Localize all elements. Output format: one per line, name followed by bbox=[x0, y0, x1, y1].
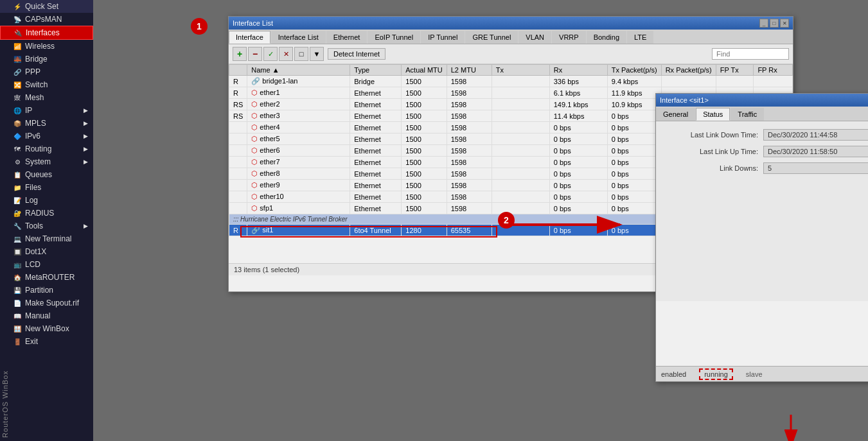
partition-icon: 💾 bbox=[13, 286, 22, 295]
tab-ethernet[interactable]: Ethernet bbox=[326, 31, 368, 44]
col-header-fp-tx[interactable]: FP Tx bbox=[716, 65, 754, 76]
disable-button[interactable]: ✕ bbox=[279, 47, 293, 61]
row-tx-p: 0 bps bbox=[607, 225, 661, 236]
row-name: ⬡ ether7 bbox=[247, 157, 350, 168]
tab-bonding[interactable]: Bonding bbox=[587, 31, 626, 44]
last-down-label: Last Link Down Time: bbox=[664, 131, 763, 139]
tab-status[interactable]: Status bbox=[696, 108, 730, 121]
row-l2mtu: 1598 bbox=[447, 180, 492, 191]
sidebar-item-system[interactable]: ⚙ System ▶ bbox=[0, 155, 93, 168]
col-header-rx-packet[interactable]: Rx Packet(p/s) bbox=[661, 65, 716, 76]
filter-button[interactable]: ▼ bbox=[310, 47, 324, 61]
row-fp-tx bbox=[716, 76, 754, 87]
sidebar-item-label: LCD bbox=[25, 260, 40, 269]
sidebar-item-switch[interactable]: 🔀 Switch bbox=[0, 78, 93, 91]
sidebar-item-make-supout[interactable]: 📄 Make Supout.rif bbox=[0, 297, 93, 309]
tab-interface-list[interactable]: Interface List bbox=[271, 31, 326, 44]
sidebar-item-radius[interactable]: 🔐 RADIUS bbox=[0, 207, 93, 220]
arrow-icon: ▶ bbox=[84, 107, 88, 114]
col-header-fp-rx[interactable]: FP Rx bbox=[754, 65, 793, 76]
sidebar-item-log[interactable]: 📝 Log bbox=[0, 194, 93, 207]
minimize-button[interactable]: _ bbox=[759, 19, 768, 28]
sidebar-item-label: RADIUS bbox=[25, 209, 54, 218]
detect-internet-button[interactable]: Detect Internet bbox=[328, 48, 385, 60]
sidebar-item-capsman[interactable]: 📡 CAPsMAN bbox=[0, 13, 93, 26]
tab-lte[interactable]: LTE bbox=[627, 31, 653, 44]
sidebar-item-routing[interactable]: 🗺 Routing ▶ bbox=[0, 143, 93, 155]
sidebar-item-label: System bbox=[25, 157, 51, 166]
row-l2mtu: 1598 bbox=[447, 145, 492, 157]
files-icon: 📁 bbox=[13, 183, 22, 192]
tab-ip-tunnel[interactable]: IP Tunnel bbox=[421, 31, 465, 44]
row-fp-rx bbox=[754, 76, 793, 87]
last-up-value: Dec/30/2020 11:58:50 bbox=[763, 146, 868, 157]
row-type: Ethernet bbox=[350, 145, 402, 157]
col-header-tx[interactable]: Tx bbox=[492, 65, 549, 76]
link-downs-label: Link Downs: bbox=[664, 164, 763, 172]
sit1-tabs: General Status Traffic bbox=[656, 107, 868, 121]
add-button[interactable]: + bbox=[233, 47, 247, 61]
tab-eoip-tunnel[interactable]: EoIP Tunnel bbox=[368, 31, 420, 44]
sidebar-item-queues[interactable]: 📋 Queues bbox=[0, 168, 93, 181]
sidebar-item-quick-set[interactable]: ⚡ Quick Set bbox=[0, 0, 93, 13]
sidebar-item-mpls[interactable]: 📦 MPLS ▶ bbox=[0, 117, 93, 130]
new-terminal-icon: 💻 bbox=[13, 234, 22, 243]
row-tx-p: 0 bps bbox=[607, 180, 661, 191]
sidebar-item-new-terminal[interactable]: 💻 New Terminal bbox=[0, 232, 93, 245]
sidebar-item-dot1x[interactable]: 🔲 Dot1X bbox=[0, 245, 93, 258]
row-flag bbox=[229, 122, 247, 134]
col-header-rx[interactable]: Rx bbox=[549, 65, 607, 76]
tab-vrrp[interactable]: VRRP bbox=[552, 31, 586, 44]
tab-vlan[interactable]: VLAN bbox=[518, 31, 551, 44]
tab-gre-tunnel[interactable]: GRE Tunnel bbox=[465, 31, 518, 44]
row-tx-p: 0 bps bbox=[607, 145, 661, 157]
col-header-l2mtu[interactable]: L2 MTU bbox=[447, 65, 492, 76]
row-actual-mtu: 1280 bbox=[402, 225, 447, 236]
table-row[interactable]: R 🔗 bridge1-lan Bridge 1500 1598 336 bps… bbox=[229, 76, 793, 87]
row-type: Ethernet bbox=[350, 203, 402, 214]
sidebar-item-ppp[interactable]: 🔗 PPP bbox=[0, 65, 93, 78]
sidebar-item-manual[interactable]: 📖 Manual bbox=[0, 309, 93, 322]
maximize-button[interactable]: □ bbox=[770, 19, 779, 28]
close-button[interactable]: ✕ bbox=[780, 19, 789, 28]
row-name: ⬡ ether6 bbox=[247, 145, 350, 157]
col-header-actual-mtu[interactable]: Actual MTU bbox=[402, 65, 447, 76]
tab-interface[interactable]: Interface bbox=[229, 31, 270, 44]
sidebar-item-lcd[interactable]: 📺 LCD bbox=[0, 258, 93, 271]
enable-button[interactable]: ✓ bbox=[263, 47, 278, 61]
sidebar-item-exit[interactable]: 🚪 Exit bbox=[0, 335, 93, 348]
sidebar-item-tools[interactable]: 🔧 Tools ▶ bbox=[0, 220, 93, 232]
sidebar-item-interfaces[interactable]: 🔌 Interfaces bbox=[0, 26, 93, 40]
tab-traffic[interactable]: Traffic bbox=[731, 108, 764, 121]
sidebar-item-partition[interactable]: 💾 Partition bbox=[0, 284, 93, 297]
sidebar-item-mesh[interactable]: 🕸 Mesh bbox=[0, 91, 93, 104]
sidebar-item-label: Quick Set bbox=[25, 2, 58, 11]
row-rx: 11.4 kbps bbox=[549, 110, 607, 122]
sidebar-item-files[interactable]: 📁 Files bbox=[0, 181, 93, 194]
sidebar-title: RouterOS WinBox bbox=[0, 367, 10, 441]
sidebar-item-ip[interactable]: 🌐 IP ▶ bbox=[0, 104, 93, 117]
row-flag bbox=[229, 157, 247, 168]
row-tx bbox=[492, 191, 549, 203]
tab-general[interactable]: General bbox=[656, 108, 695, 121]
row-name: 🔗 sit1 bbox=[247, 225, 350, 236]
remove-button[interactable]: − bbox=[248, 47, 262, 61]
sit1-window-titlebar: Interface <sit1> _ □ ✕ bbox=[656, 94, 868, 107]
sit1-window: Interface <sit1> _ □ ✕ General Status Tr… bbox=[655, 93, 868, 382]
sidebar-item-metarouter[interactable]: 🏠 MetaROUTER bbox=[0, 271, 93, 284]
row-actual-mtu: 1500 bbox=[402, 180, 447, 191]
sidebar-item-new-winbox[interactable]: 🪟 New WinBox bbox=[0, 322, 93, 335]
row-tx bbox=[492, 99, 549, 110]
sidebar-item-ipv6[interactable]: 🔷 IPv6 ▶ bbox=[0, 130, 93, 143]
find-input[interactable] bbox=[712, 48, 789, 60]
row-actual-mtu: 1500 bbox=[402, 203, 447, 214]
row-type: Ethernet bbox=[350, 134, 402, 145]
col-header-tx-packet[interactable]: Tx Packet(p/s) bbox=[607, 65, 661, 76]
sidebar-item-wireless[interactable]: 📶 Wireless bbox=[0, 40, 93, 53]
sidebar-item-bridge[interactable]: 🌉 Bridge bbox=[0, 53, 93, 65]
col-header-type[interactable]: Type bbox=[350, 65, 402, 76]
routing-icon: 🗺 bbox=[13, 144, 22, 153]
copy-button[interactable]: □ bbox=[294, 47, 308, 61]
arrow-icon: ▶ bbox=[84, 159, 88, 165]
col-header-name[interactable]: Name ▲ bbox=[247, 65, 350, 76]
